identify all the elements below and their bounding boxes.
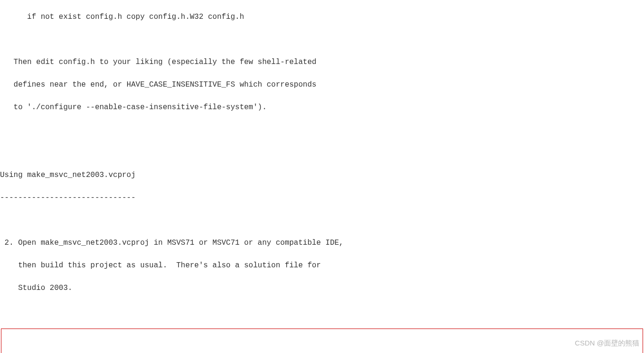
- blank: [0, 34, 644, 45]
- text-line: then build this project as usual. There'…: [0, 260, 644, 271]
- text-line: defines near the end, or HAVE_CASE_INSEN…: [0, 79, 644, 90]
- text-line: 2. Open make_msvc_net2003.vcproj in MSVS…: [0, 237, 644, 249]
- red-highlight-box: Building with (MinGW-)GCC using build_w|…: [1, 329, 643, 353]
- text-line: Studio 2003.: [0, 282, 644, 294]
- watermark: CSDN @面壁的熊猫: [575, 338, 639, 349]
- dash-line: ------------------------------: [0, 192, 644, 203]
- blank: [0, 124, 644, 136]
- blank: [1, 340, 643, 352]
- blank: [0, 305, 644, 316]
- blank: [0, 215, 644, 226]
- text-line: to './configure --enable-case-insensitiv…: [0, 102, 644, 113]
- section-title: Using make_msvc_net2003.vcproj: [0, 169, 644, 181]
- blank: [0, 147, 644, 158]
- document-content: if not exist config.h copy config.h.W32 …: [0, 0, 644, 353]
- code-line: if not exist config.h copy config.h.W32 …: [0, 11, 644, 23]
- text-line: Then edit config.h to your liking (espec…: [0, 56, 644, 68]
